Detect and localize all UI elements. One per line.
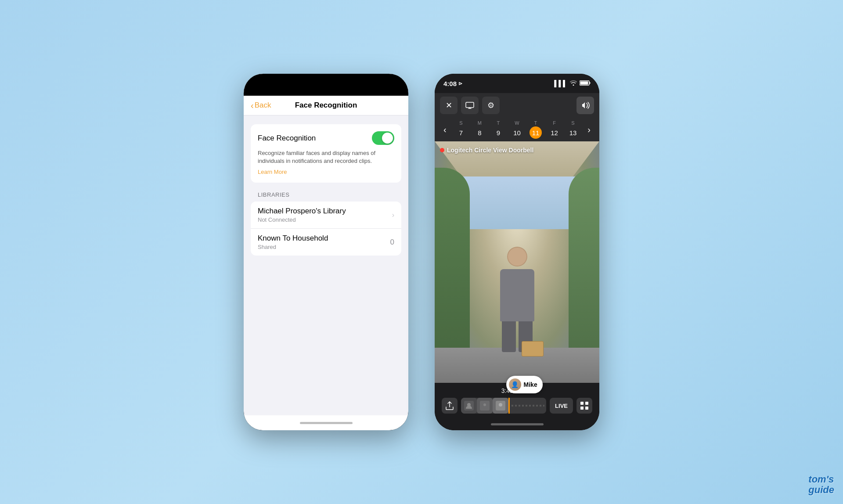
timeline-track bbox=[512, 405, 544, 407]
library-item-michael-content: Michael Prospero's Library Not Connected bbox=[258, 207, 346, 223]
video-scene-bg bbox=[435, 141, 599, 383]
tree-right bbox=[569, 168, 599, 356]
face-recognition-card: Face Recognition Recognize familiar face… bbox=[251, 124, 401, 183]
grid-view-button[interactable] bbox=[576, 398, 592, 414]
recognized-face-avatar: 👤 bbox=[509, 378, 521, 391]
person-torso bbox=[500, 269, 534, 321]
watermark-line1: tom's bbox=[808, 474, 834, 485]
calendar-days: S 7 M 8 T 9 W 10 T 11 bbox=[452, 120, 583, 139]
clock-time: 4:08 bbox=[443, 80, 457, 87]
screen-share-button[interactable] bbox=[461, 97, 479, 114]
library-item-michael-subtitle: Not Connected bbox=[258, 216, 346, 223]
chevron-left-icon: ‹ bbox=[251, 101, 254, 111]
left-status-bar bbox=[244, 74, 408, 96]
playback-controls: LIVE bbox=[442, 398, 592, 414]
timeline-face-thumb bbox=[493, 398, 508, 414]
timeline-cursor bbox=[508, 398, 510, 414]
location-icon: ⊳ bbox=[458, 81, 462, 86]
volume-button[interactable] bbox=[576, 97, 594, 114]
library-item-household-right: 0 bbox=[390, 238, 394, 247]
live-dot bbox=[440, 148, 444, 152]
person-head bbox=[507, 247, 527, 266]
svg-rect-1 bbox=[580, 82, 588, 85]
svg-rect-2 bbox=[590, 82, 591, 84]
right-home-bar bbox=[491, 423, 544, 425]
status-icons-area: ▌▌▌ bbox=[554, 80, 591, 87]
live-button[interactable]: LIVE bbox=[550, 398, 573, 414]
library-item-household-subtitle: Shared bbox=[258, 244, 328, 250]
status-time-area: 4:08 ⊳ bbox=[443, 80, 462, 87]
chevron-right-icon: › bbox=[392, 211, 394, 219]
cal-day-5: F 12 bbox=[548, 120, 561, 139]
timeline-thumb-1 bbox=[461, 398, 477, 414]
cal-day-2: T 9 bbox=[492, 120, 504, 139]
home-indicator bbox=[244, 415, 408, 430]
share-button[interactable] bbox=[442, 398, 458, 414]
cal-day-3: W 10 bbox=[511, 120, 523, 139]
tree-left bbox=[435, 168, 470, 356]
svg-rect-13 bbox=[585, 407, 588, 410]
watermark-line2: guide bbox=[808, 485, 834, 495]
left-phone-screen: ‹ Back Face Recognition Face Recognition… bbox=[244, 74, 408, 430]
library-item-michael-title: Michael Prospero's Library bbox=[258, 207, 346, 216]
svg-rect-3 bbox=[466, 102, 474, 108]
learn-more-link[interactable]: Learn More bbox=[258, 169, 287, 175]
home-bar bbox=[300, 422, 353, 424]
delivery-box bbox=[522, 341, 544, 356]
page-title: Face Recognition bbox=[295, 101, 357, 110]
cal-day-0: S 7 bbox=[455, 120, 467, 139]
cal-day-4: T 11 bbox=[530, 120, 542, 139]
library-item-michael-right: › bbox=[392, 211, 394, 219]
live-indicator: Logitech Circle View Doorbell bbox=[440, 147, 533, 154]
face-recognition-description: Recognize familiar faces and display nam… bbox=[258, 149, 394, 165]
person bbox=[497, 247, 537, 352]
left-phone: ‹ Back Face Recognition Face Recognition… bbox=[244, 74, 408, 430]
library-item-household-title: Known To Household bbox=[258, 234, 328, 243]
settings-scroll-area: Face Recognition Recognize familiar face… bbox=[244, 115, 408, 415]
svg-rect-12 bbox=[580, 407, 584, 410]
right-phone: 4:08 ⊳ ▌▌▌ bbox=[435, 74, 599, 430]
calendar-bar: ‹ S 7 M 8 T 9 W 10 T bbox=[435, 118, 599, 141]
svg-rect-10 bbox=[580, 402, 584, 405]
status-bar: 4:08 ⊳ ▌▌▌ bbox=[435, 74, 599, 93]
back-button[interactable]: ‹ Back bbox=[251, 101, 271, 111]
calendar-next-button[interactable]: › bbox=[584, 123, 594, 137]
toggle-label: Face Recognition bbox=[258, 134, 316, 143]
face-recognition-toggle[interactable] bbox=[372, 131, 394, 145]
bottom-controls: 3:42:28 PM 👤 Mike bbox=[435, 383, 599, 418]
wifi-icon bbox=[570, 80, 577, 87]
cal-day-1: M 8 bbox=[473, 120, 486, 139]
calendar-prev-button[interactable]: ‹ bbox=[440, 123, 450, 137]
face-recognition-bubble: 👤 Mike bbox=[506, 376, 543, 393]
svg-point-9 bbox=[499, 403, 502, 407]
toggle-row: Face Recognition bbox=[258, 131, 394, 145]
svg-point-7 bbox=[483, 403, 486, 406]
signal-icon: ▌▌▌ bbox=[554, 80, 567, 87]
library-item-household-content: Known To Household Shared bbox=[258, 234, 328, 250]
library-item-michael[interactable]: Michael Prospero's Library Not Connected… bbox=[251, 202, 401, 229]
libraries-section-header: LIBRARIES bbox=[244, 191, 408, 202]
battery-icon bbox=[580, 80, 591, 87]
library-item-household[interactable]: Known To Household Shared 0 bbox=[251, 229, 401, 256]
right-home-indicator bbox=[435, 418, 599, 430]
back-label[interactable]: Back bbox=[255, 101, 271, 110]
video-feed[interactable]: Logitech Circle View Doorbell bbox=[435, 141, 599, 383]
recognized-face-name: Mike bbox=[524, 381, 537, 388]
close-button[interactable]: ✕ bbox=[440, 97, 458, 114]
cal-day-6: S 13 bbox=[567, 120, 579, 139]
toms-guide-watermark: tom's guide bbox=[808, 474, 834, 495]
control-bar: ✕ ⚙ bbox=[435, 93, 599, 118]
svg-rect-11 bbox=[585, 402, 588, 405]
libraries-list: Michael Prospero's Library Not Connected… bbox=[251, 202, 401, 256]
settings-button[interactable]: ⚙ bbox=[482, 97, 500, 114]
household-badge: 0 bbox=[390, 238, 394, 247]
camera-name-label: Logitech Circle View Doorbell bbox=[447, 147, 533, 154]
right-phone-screen: 4:08 ⊳ ▌▌▌ bbox=[435, 74, 599, 430]
navigation-bar: ‹ Back Face Recognition bbox=[244, 96, 408, 115]
timeline-thumb-2 bbox=[477, 398, 493, 414]
timeline-bar[interactable] bbox=[461, 398, 546, 414]
